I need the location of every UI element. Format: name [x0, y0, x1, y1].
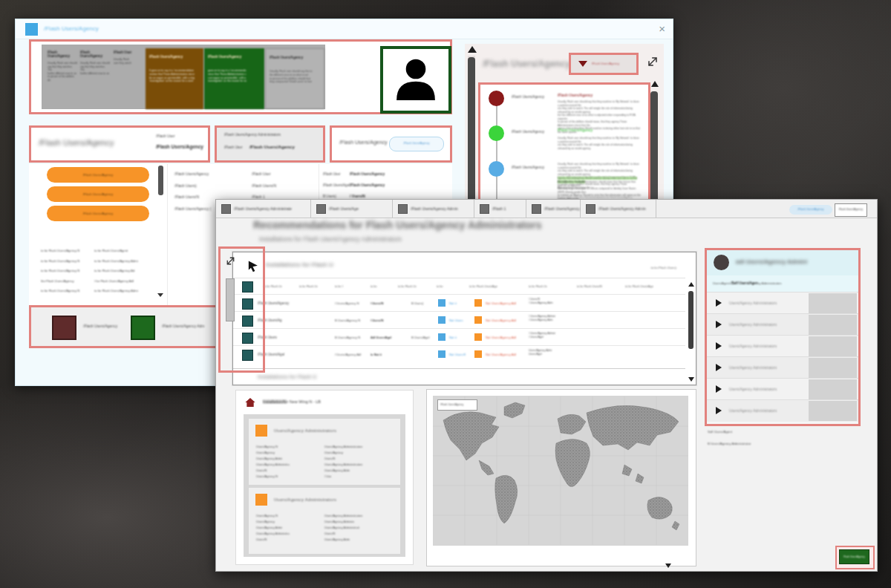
- timeline-dot-green[interactable]: [489, 125, 504, 141]
- info-label: /Flash Users/Agency: [339, 140, 388, 145]
- table-scrollbar[interactable]: [688, 282, 694, 382]
- sidebar-row[interactable]: Users/Agency Administrators: [707, 313, 858, 336]
- table-row[interactable]: /Flash Users/Ag B Users/Agency N / Users…: [233, 311, 685, 329]
- scroll-up-icon[interactable]: [688, 282, 694, 287]
- legend-maroon-label: /Flash Users/Agency: [83, 324, 117, 328]
- scrollbar-thumb[interactable]: [688, 291, 693, 349]
- card-body: It goes on to say in a 'recommendation s…: [149, 69, 200, 83]
- table-header-row: to for Flash Usto for Flash Us to for It…: [233, 278, 685, 295]
- tab-icon: [480, 204, 489, 214]
- map-card: /Flash Users/Agency: [426, 389, 696, 566]
- sidebar-row[interactable]: Users/Agency Administrators: [707, 378, 858, 400]
- orange-pill-button[interactable]: /Flash Users/Agency: [47, 186, 149, 202]
- pill-label: /Flash Users/Agency: [47, 173, 149, 177]
- section-col-right: Users/Agency Administrators Users/Agency…: [324, 513, 362, 543]
- expand-triangle-icon[interactable]: [716, 364, 722, 371]
- table-row[interactable]: /Flash Users/Agel / Users/Agency Adl /o …: [233, 345, 685, 363]
- dropdown-caret-icon: [578, 61, 587, 67]
- tab-icon: [586, 204, 595, 214]
- expand-icon[interactable]: [645, 54, 660, 69]
- green-confirm-button[interactable]: Flash Users/Agency: [839, 549, 869, 564]
- scroll-up-icon[interactable]: [468, 46, 477, 53]
- sidebar-row-value-box: [809, 358, 857, 378]
- header-flat-button[interactable]: Flash Users/Agency: [835, 203, 867, 217]
- scrollbar-thumb[interactable]: [468, 57, 475, 209]
- orange-pill-button[interactable]: /Flash Users/Agency: [47, 206, 149, 221]
- scroll-up-icon[interactable]: [651, 81, 659, 87]
- sidebar-row[interactable]: Users/Agency Administrators: [707, 399, 858, 422]
- header-pill-button[interactable]: /Flash Users/Agency: [789, 205, 832, 215]
- expand-triangle-icon[interactable]: [716, 385, 722, 393]
- expand-triangle-icon[interactable]: [716, 407, 722, 414]
- tab-admins[interactable]: /Flash Users/Agency Administrate: [216, 200, 311, 218]
- card-body: Usually, Flash user should say this to t…: [270, 70, 320, 84]
- tab-agency[interactable]: /Flash Users/Age: [311, 200, 393, 218]
- sidebar-note-2: B Users/Agency Administrator: [708, 442, 751, 445]
- section-col-right: Users/Agency Administrators Users/Agency…: [324, 444, 362, 480]
- titlebar[interactable]: /Flash Users/Agency ×: [16, 19, 673, 39]
- world-map[interactable]: /Flash Users/Agency: [433, 396, 688, 546]
- orange-square-icon: [255, 494, 267, 506]
- tab-users-agency[interactable]: /Flash Users/Agency: [526, 200, 581, 218]
- info-line2-b: /Flash Users/Agency: [249, 144, 295, 149]
- table-row[interactable]: /Flash Users/Agency / Users/Agency N / U…: [233, 294, 685, 312]
- tab-icon: [532, 204, 541, 214]
- scroll-down-icon[interactable]: [688, 377, 694, 382]
- installation-section[interactable]: Users/Agency Administrators Users/Agency…: [249, 488, 400, 554]
- section-heading: Users/Agency Administrators: [274, 497, 336, 502]
- tab-flash-1[interactable]: /Flash 1: [474, 200, 526, 218]
- sidebar-row[interactable]: Users/Agency Administrators: [707, 356, 858, 379]
- sidebar-row[interactable]: Users/Agency Administrators: [707, 292, 858, 314]
- page-subtitle: Installations for Flash Users/Agency Adm…: [259, 235, 402, 243]
- section-heading: Users/Agency Administrators: [274, 428, 336, 433]
- expand-icon[interactable]: [224, 255, 237, 267]
- sidebar-header: adl Users/Agency Admini: [707, 250, 858, 275]
- info-line2-a: /Flash User: [224, 146, 243, 149]
- confirm-button-highlight: Flash Users/Agency: [835, 546, 875, 569]
- hero-col-heading: /Flash User: [114, 50, 143, 54]
- installation-section[interactable]: Users/Agency Administrators Users/Agency…: [249, 419, 400, 485]
- tab-admin[interactable]: /Flash Users/Agency Admin: [393, 200, 474, 218]
- table-footer-row: Installations for Flash U: [233, 368, 685, 385]
- tab-bar: /Flash Users/Agency Administrate /Flash …: [216, 200, 877, 218]
- info-box-admins: /Flash Users/Agency Administrators /Flas…: [215, 125, 325, 163]
- tab-label: /Flash Users/Age: [329, 206, 359, 211]
- panel-heading: /Flash Users/Agency: [483, 59, 570, 69]
- blue-tag-icon: [438, 316, 446, 324]
- sidebar-row[interactable]: Users/Agency Administrators: [707, 335, 858, 357]
- blue-tag-icon: [438, 350, 446, 358]
- expand-triangle-icon[interactable]: [716, 321, 722, 328]
- timeline-dot-red[interactable]: [489, 91, 504, 106]
- sidebar-row-label: Users/Agency Administrators: [729, 322, 777, 327]
- page-scroll-down-icon[interactable]: [665, 564, 671, 568]
- tab-agency-admin[interactable]: /Flash Users/Agency Admin: [581, 200, 656, 218]
- expand-triangle-icon[interactable]: [716, 342, 722, 350]
- orange-pill-button[interactable]: /Flash Users/Agency: [47, 167, 149, 183]
- close-icon[interactable]: ×: [659, 22, 665, 35]
- admin-sidebar-card: adl Users/Agency Admini Users/Agent /Sel…: [705, 248, 861, 426]
- hero-text-column: /Flash Users/Agency Usually, Flash user …: [80, 50, 110, 75]
- tab-icon: [221, 204, 231, 214]
- table-footer-label: Installations for Flash U: [258, 374, 316, 379]
- person-icon: [390, 53, 442, 105]
- expand-triangle-icon[interactable]: [716, 299, 722, 307]
- tab-label: /Flash Users/Agency: [544, 206, 580, 211]
- gutter-scrollbar-thumb[interactable]: [226, 278, 235, 321]
- legend-panel: /Flash Users/Agency /Flash Users/Agency …: [29, 305, 228, 348]
- agency-pill-button[interactable]: /Flash Users/Agency: [389, 137, 444, 151]
- hero-col-body: Usually, Flash user should say that they…: [48, 62, 77, 82]
- left-column-scrollbar[interactable]: [158, 166, 163, 299]
- scroll-down-icon[interactable]: [157, 293, 163, 297]
- map-label: /Flash Users/Agency: [440, 403, 463, 406]
- table-row[interactable]: /Flash Users B Users/Agency N Adl Users/…: [233, 328, 685, 346]
- pill-button-label: /Flash Users/Agency: [390, 142, 443, 145]
- tab-label: /Flash Users/Agency Admin: [598, 206, 646, 211]
- blue-tag-icon: [438, 299, 446, 307]
- section-col-left: Users/Agency N Users/Agency Users/Agency…: [256, 444, 290, 480]
- scrollbar-thumb[interactable]: [158, 166, 163, 195]
- info-box-primary: /Flash Users/Agency /Flash User /Flash U…: [29, 125, 210, 163]
- card-heading: /Flash Users/Agency: [149, 55, 200, 59]
- timeline-dot-blue[interactable]: [489, 161, 504, 177]
- orange-tag-icon: [474, 316, 482, 324]
- filter-dropdown[interactable]: /Flash Users/Agency: [569, 53, 639, 75]
